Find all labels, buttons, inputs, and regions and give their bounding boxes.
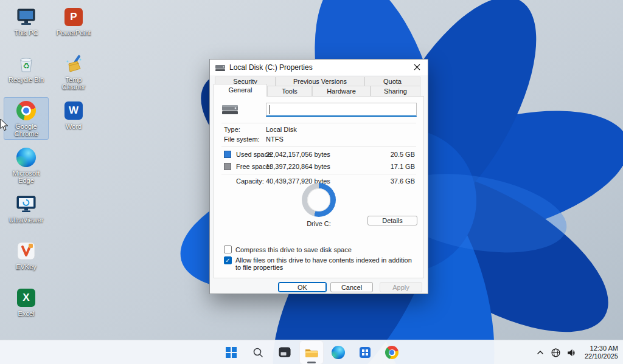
edge-icon — [332, 346, 345, 359]
taskbar-center — [0, 340, 623, 364]
volume-label-field-wrap — [266, 103, 417, 117]
tab-previous-versions[interactable]: Previous Versions — [276, 77, 364, 86]
desktop-icon-label: Temp Cleaner — [53, 76, 94, 91]
windows-logo-icon — [226, 347, 237, 358]
tab-sharing[interactable]: Sharing — [371, 86, 420, 97]
system-tray: 12:30 AM 22/10/2025 — [535, 340, 618, 364]
tab-hardware[interactable]: Hardware — [312, 86, 371, 97]
open-app-indicator — [307, 362, 316, 363]
general-tab-page: Type: Local Disk File system: NTFS Used … — [214, 96, 424, 278]
drive-icon — [222, 104, 238, 115]
text-caret — [270, 105, 270, 114]
speaker-icon[interactable] — [566, 348, 577, 358]
desktop-icon-label: This PC — [14, 29, 38, 36]
desktop-icon-label: Microsoft Edge — [5, 170, 47, 184]
desktop-icon-excel[interactable]: Excel — [4, 284, 49, 320]
used-space-size: 20.5 GB — [372, 151, 415, 158]
desktop-icon-label: EVKey — [16, 263, 37, 270]
compress-checkbox[interactable] — [224, 246, 232, 253]
taskbar: 12:30 AM 22/10/2025 — [0, 340, 623, 364]
apply-button[interactable]: Apply — [380, 282, 422, 292]
clock-date: 22/10/2025 — [585, 352, 618, 360]
filesystem-label: File system: — [224, 136, 260, 143]
capacity-label: Capacity: — [236, 177, 264, 185]
index-checkbox[interactable] — [224, 256, 232, 264]
clock-time: 12:30 AM — [585, 345, 618, 352]
file-explorer-button[interactable] — [299, 340, 324, 364]
broom-icon — [63, 54, 84, 74]
desktop-icon-this-pc[interactable]: This PC — [4, 4, 49, 39]
desktop-icon-ultraviewer[interactable]: UltraViewer — [4, 191, 49, 226]
tab-strip: Security Previous Versions Quota General… — [214, 77, 424, 97]
disk-usage-donut — [302, 183, 336, 217]
desktop-icon-microsoft-edge[interactable]: Microsoft Edge — [4, 144, 49, 187]
search-icon — [252, 347, 263, 358]
word-icon — [63, 101, 84, 120]
desktop-icon-label: PowerPoint — [57, 29, 91, 36]
powerpoint-icon — [63, 7, 84, 27]
separator — [221, 146, 416, 147]
search-button[interactable] — [246, 340, 270, 364]
ok-button[interactable]: OK — [278, 282, 327, 292]
desktop-icon-label: Excel — [18, 310, 35, 317]
used-space-bytes: 22,042,157,056 bytes — [266, 151, 330, 158]
edge-button[interactable] — [326, 340, 350, 364]
compress-checkbox-label: Compress this drive to save disk space — [235, 246, 418, 253]
start-button[interactable] — [219, 340, 243, 364]
volume-label-input[interactable] — [266, 103, 417, 117]
free-space-swatch — [224, 163, 231, 170]
edge-icon — [16, 148, 37, 167]
properties-dialog: Local Disk (C:) Properties Security Prev… — [209, 59, 428, 294]
chrome-icon — [16, 101, 37, 120]
dialog-title-bar[interactable]: Local Disk (C:) Properties — [210, 60, 428, 75]
chrome-button[interactable] — [380, 340, 404, 364]
type-label: Type: — [224, 126, 240, 133]
drive-small-icon — [215, 64, 225, 72]
chrome-icon — [385, 346, 399, 359]
free-space-size: 17.1 GB — [372, 163, 415, 170]
used-space-swatch — [224, 151, 231, 158]
separator — [221, 174, 416, 174]
recycle-bin-icon: ♻ — [16, 54, 37, 74]
desktop-icon-recycle-bin[interactable]: ♻ Recycle Bin — [4, 50, 49, 86]
svg-text:♻: ♻ — [23, 61, 30, 70]
filesystem-value: NTFS — [266, 136, 284, 143]
tab-quota[interactable]: Quota — [364, 77, 420, 86]
index-checkbox-label: Allow files on this drive to have conten… — [235, 256, 417, 271]
excel-icon — [16, 288, 37, 307]
ultraviewer-icon — [16, 194, 37, 214]
desktop-icon-google-chrome[interactable]: Google Chrome — [4, 97, 49, 140]
dark-window-icon — [279, 347, 291, 358]
desktop-icon-label: Google Chrome — [5, 123, 47, 137]
file-explorer-icon — [305, 347, 318, 358]
dark-window-app-button[interactable] — [273, 340, 297, 364]
dialog-title: Local Disk (C:) Properties — [229, 63, 313, 72]
tab-general[interactable]: General — [214, 84, 267, 97]
network-globe-icon[interactable] — [551, 348, 561, 358]
capacity-size: 37.6 GB — [372, 177, 415, 185]
desktop-icon-word[interactable]: Word — [51, 97, 96, 132]
desktop-icon-temp-cleaner[interactable]: Temp Cleaner — [51, 50, 96, 93]
blue-grid-app-icon — [359, 346, 371, 359]
close-icon[interactable] — [406, 60, 428, 75]
cancel-button[interactable]: Cancel — [330, 282, 373, 292]
taskbar-clock[interactable]: 12:30 AM 22/10/2025 — [582, 345, 618, 360]
desktop-icon-label: UltraViewer — [9, 216, 44, 224]
chevron-up-icon[interactable] — [535, 348, 545, 357]
details-button[interactable]: Details — [367, 216, 417, 225]
desktop-icon-label: Recycle Bin — [9, 76, 44, 83]
tab-tools[interactable]: Tools — [267, 86, 312, 97]
evkey-icon — [16, 241, 37, 261]
type-value: Local Disk — [266, 126, 297, 133]
separator — [221, 123, 416, 123]
desktop-icon-evkey[interactable]: EVKey — [4, 238, 49, 273]
free-space-bytes: 18,397,220,864 bytes — [266, 163, 330, 170]
desktop-icon-label: Word — [66, 123, 82, 130]
blue-grid-app-button[interactable] — [353, 340, 377, 364]
this-pc-icon — [16, 7, 37, 27]
desktop-icon-powerpoint[interactable]: PowerPoint — [51, 4, 96, 39]
